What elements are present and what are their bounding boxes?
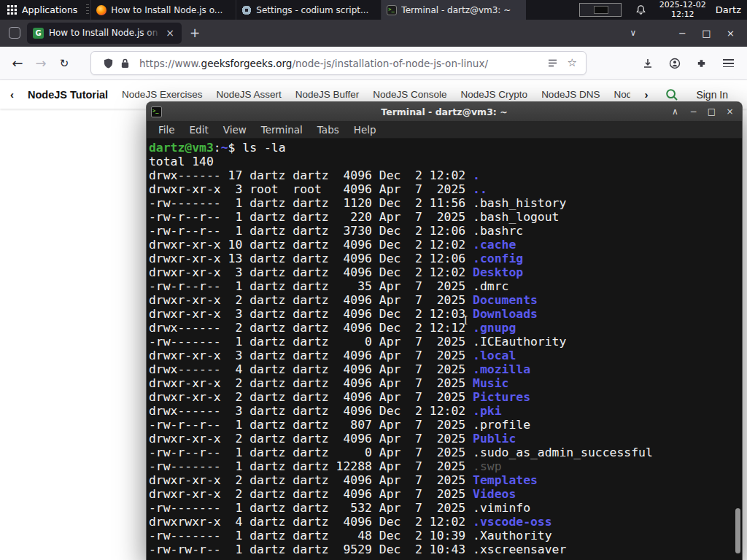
- downloads-icon[interactable]: [636, 52, 659, 74]
- browser-tab[interactable]: G How to Install Node.js on ×: [27, 23, 182, 44]
- listing-meta: -rw-r--r-- 1 dartz dartz 35 Apr 7 2025: [149, 279, 473, 293]
- back-button[interactable]: ←: [6, 52, 29, 75]
- gfg-nav-links: NodeJS Tutorial NodeJS Exercises NodeJS …: [28, 89, 630, 101]
- gfg-nav-link[interactable]: NodeJS Exercises: [122, 89, 202, 100]
- listing-filename: .bash_history: [473, 196, 566, 210]
- listing-filename: .pki: [473, 404, 501, 418]
- terminal-listing-line: drwxr-xr-x 2 dartz dartz 4096 Apr 7 2025…: [149, 473, 742, 487]
- new-tab-button[interactable]: +: [185, 26, 205, 40]
- listing-meta: drwx------ 17 dartz dartz 4096 Dec 2 12:…: [149, 168, 473, 182]
- listing-filename: Public: [473, 432, 516, 446]
- terminal-maximize-button[interactable]: □: [704, 106, 719, 117]
- bookmark-star-icon[interactable]: ☆: [568, 58, 577, 69]
- terminal-menu-item[interactable]: View: [216, 124, 254, 136]
- search-icon[interactable]: [665, 88, 678, 101]
- top-panel: Applications How to Install Node.js o...…: [0, 0, 747, 20]
- terminal-titlebar[interactable]: Terminal - dartz@vm3: ~ ∧ − □ ×: [147, 102, 742, 121]
- account-icon[interactable]: [663, 52, 686, 74]
- terminal-menubar: File Edit View Terminal Tabs Help: [147, 121, 742, 139]
- terminal-scrollbar-thumb[interactable]: [735, 508, 740, 553]
- listing-filename: .profile: [473, 418, 530, 432]
- reader-mode-icon[interactable]: [547, 58, 558, 69]
- terminal-listing-line: drwx------ 17 dartz dartz 4096 Dec 2 12:…: [149, 168, 742, 182]
- sign-in-link[interactable]: Sign In: [696, 89, 728, 101]
- listing-meta: -rw------- 1 dartz dartz 48 Dec 2 10:39: [149, 529, 473, 542]
- terminal-listing-line: drwx------ 2 dartz dartz 4096 Dec 2 12:1…: [149, 321, 742, 335]
- list-all-tabs-icon[interactable]: ∨: [622, 28, 644, 38]
- listing-meta: drwx------ 3 dartz dartz 4096 Dec 2 12:0…: [149, 404, 473, 418]
- listing-filename: Templates: [473, 473, 538, 487]
- terminal-menu-item[interactable]: Tabs: [310, 124, 347, 136]
- terminal-menu-item[interactable]: Help: [347, 124, 384, 136]
- taskbar-window-button[interactable]: How to Install Node.js o...: [90, 0, 236, 20]
- terminal-title: Terminal - dartz@vm3: ~: [147, 106, 742, 117]
- terminal-close-button[interactable]: ×: [722, 106, 738, 117]
- listing-filename: .bashrc: [473, 224, 523, 238]
- terminal-listing-line: -rw------- 1 dartz dartz 532 Apr 7 2025 …: [149, 501, 742, 515]
- gfg-nav-link[interactable]: NodeJS DNS: [541, 89, 600, 100]
- terminal-listing-line: drwxr-xr-x 10 dartz dartz 4096 Dec 2 12:…: [149, 238, 742, 252]
- workspace-pager[interactable]: [579, 3, 622, 17]
- listing-meta: drwx------ 2 dartz dartz 4096 Dec 2 12:1…: [149, 321, 473, 335]
- terminal-shade-button[interactable]: ∧: [667, 106, 683, 117]
- listing-filename: .gnupg: [473, 321, 516, 335]
- scroll-right-chevron-icon[interactable]: ›: [644, 89, 648, 100]
- tab-close-icon[interactable]: ×: [164, 27, 176, 39]
- browser-minimize-button[interactable]: −: [670, 28, 694, 39]
- menu-icon[interactable]: [717, 52, 740, 74]
- taskbar-window-icon: [96, 5, 107, 15]
- scroll-left-chevron-icon[interactable]: ‹: [10, 89, 14, 100]
- panel-separator: [86, 4, 89, 16]
- bell-icon: [635, 4, 646, 15]
- lock-icon[interactable]: [120, 58, 130, 69]
- terminal-output[interactable]: dartz@vm3:~$ ls -la total 140 drwx------…: [147, 139, 742, 560]
- terminal-listing-line: drwx------ 4 dartz dartz 4096 Apr 7 2025…: [149, 362, 742, 376]
- tracking-protection-shield-icon[interactable]: [103, 58, 114, 69]
- terminal-listing-line: drwxr-xr-x 13 dartz dartz 4096 Dec 2 12:…: [149, 252, 742, 265]
- notifications-button[interactable]: [635, 4, 646, 15]
- user-menu[interactable]: Dartz: [716, 4, 741, 15]
- terminal-prompt-line: dartz@vm3:~$ ls -la: [149, 141, 742, 155]
- terminal-menu-item[interactable]: Edit: [182, 124, 216, 136]
- listing-meta: -rw------- 1 dartz dartz 0 Apr 7 2025: [149, 335, 473, 349]
- gfg-nav-link[interactable]: NodeJS Assert: [216, 89, 281, 100]
- listing-filename: Desktop: [473, 265, 523, 279]
- listing-meta: drwxr-xr-x 2 dartz dartz 4096 Apr 7 2025: [149, 390, 473, 404]
- clock[interactable]: 2025-12-02 12:12: [659, 1, 706, 19]
- clock-date: 2025-12-02: [659, 1, 706, 10]
- listing-filename: Documents: [473, 293, 538, 307]
- listing-meta: -rw------- 1 dartz dartz 1120 Dec 2 11:5…: [149, 196, 473, 210]
- listing-meta: -rw------- 1 dartz dartz 532 Apr 7 2025: [149, 501, 473, 515]
- listing-meta: -rw-r--r-- 1 dartz dartz 0 Apr 7 2025: [149, 446, 473, 459]
- listing-meta: drwxrwxr-x 4 dartz dartz 4096 Dec 2 12:0…: [149, 515, 473, 529]
- terminal-listing-line: -rw------- 1 dartz dartz 1120 Dec 2 11:5…: [149, 196, 742, 210]
- forward-button[interactable]: →: [29, 52, 53, 75]
- listing-filename: .ICEauthority: [473, 335, 566, 349]
- browser-close-button[interactable]: ×: [719, 28, 743, 39]
- terminal-listing-line: -rw-r--r-- 1 dartz dartz 3730 Dec 2 12:0…: [149, 224, 742, 238]
- firefox-view-icon[interactable]: [9, 27, 20, 39]
- taskbar-window-button[interactable]: Settings - codium script...: [236, 0, 381, 20]
- taskbar-window-label: How to Install Node.js o...: [111, 5, 222, 15]
- gfg-nav-link[interactable]: Node: [614, 89, 630, 100]
- extensions-icon[interactable]: [690, 52, 713, 74]
- gfg-nav-link[interactable]: NodeJS Crypto: [461, 89, 528, 100]
- reload-button[interactable]: ↻: [53, 52, 76, 75]
- gfg-nav-link[interactable]: NodeJS Tutorial: [28, 89, 108, 101]
- taskbar-window-button[interactable]: Terminal - dartz@vm3: ~: [381, 0, 526, 20]
- terminal-minimize-button[interactable]: −: [686, 106, 701, 117]
- applications-menu-button[interactable]: Applications: [0, 0, 85, 20]
- url-bar[interactable]: https://www.geeksforgeeks.org/node-js/in…: [90, 51, 587, 75]
- terminal-menu-item[interactable]: File: [151, 124, 182, 136]
- terminal-menu-item[interactable]: Terminal: [254, 124, 310, 136]
- terminal-listing-line: drwxr-xr-x 2 dartz dartz 4096 Apr 7 2025…: [149, 293, 742, 307]
- clock-time: 12:12: [659, 10, 706, 20]
- browser-maximize-button[interactable]: □: [694, 28, 719, 39]
- applications-grid-icon: [7, 5, 17, 15]
- terminal-window-controls: ∧ − □ ×: [667, 106, 738, 117]
- gfg-nav-link[interactable]: NodeJS Buffer: [295, 89, 360, 100]
- listing-meta: drwxr-xr-x 3 dartz dartz 4096 Apr 7 2025: [149, 349, 473, 362]
- mouse-ibeam-cursor: I: [463, 314, 468, 327]
- gfg-nav-link[interactable]: NodeJS Console: [373, 89, 446, 100]
- terminal-listing-line: -rw------- 1 dartz dartz 12288 Apr 7 202…: [149, 459, 742, 473]
